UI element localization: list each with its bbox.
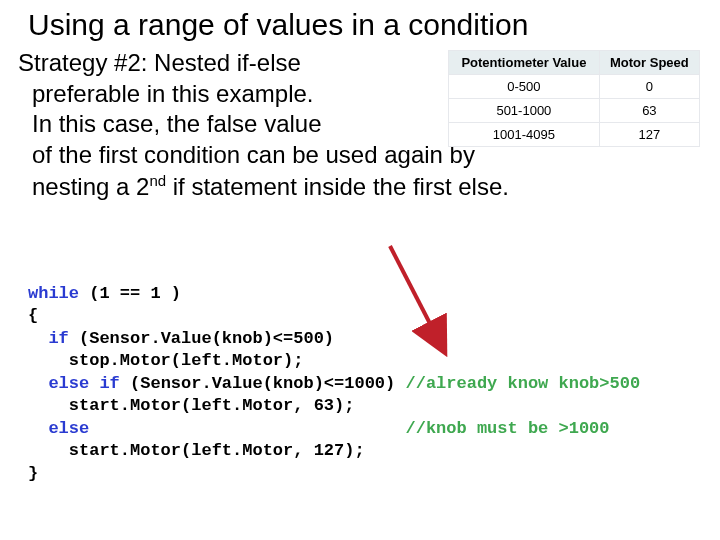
code-stop: stop.Motor(left.Motor);	[28, 351, 303, 370]
body-line-5a: nesting a 2	[32, 173, 149, 200]
cell-speed: 0	[599, 75, 699, 99]
col-header-pot: Potentiometer Value	[449, 51, 600, 75]
superscript-nd: nd	[149, 172, 166, 189]
code-block: while (1 == 1 ) { if (Sensor.Value(knob)…	[28, 283, 640, 485]
body-area: Strategy #2: Nested if-else preferable i…	[0, 48, 720, 203]
table-row: 501-1000 63	[449, 99, 700, 123]
code-if-cond: (Sensor.Value(knob)<=500)	[69, 329, 334, 348]
code-comment-1: //already know knob>500	[405, 374, 640, 393]
code-start127: start.Motor(left.Motor, 127);	[28, 441, 365, 460]
code-comment-2: //knob must be >1000	[405, 419, 609, 438]
table-header-row: Potentiometer Value Motor Speed	[449, 51, 700, 75]
code-elseif-cond: (Sensor.Value(knob)<=1000)	[120, 374, 406, 393]
kw-while: while	[28, 284, 79, 303]
col-header-speed: Motor Speed	[599, 51, 699, 75]
cell-speed: 63	[599, 99, 699, 123]
body-line-5: nesting a 2nd if statement inside the fi…	[18, 173, 509, 200]
code-brace-close: }	[28, 464, 38, 483]
kw-elseif: else if	[48, 374, 119, 393]
value-table: Potentiometer Value Motor Speed 0-500 0 …	[448, 50, 700, 147]
code-start63: start.Motor(left.Motor, 63);	[28, 396, 354, 415]
code-else-pad	[89, 419, 405, 438]
table-row: 0-500 0	[449, 75, 700, 99]
kw-else: else	[48, 419, 89, 438]
table-row: 1001-4095 127	[449, 123, 700, 147]
body-line-4: of the first condition can be used again…	[18, 141, 475, 168]
code-while-cond: (1 == 1 )	[79, 284, 181, 303]
slide-title: Using a range of values in a condition	[0, 0, 720, 48]
cell-speed: 127	[599, 123, 699, 147]
cell-range: 0-500	[449, 75, 600, 99]
kw-if: if	[48, 329, 68, 348]
cell-range: 501-1000	[449, 99, 600, 123]
body-line-5b: if statement inside the first else.	[166, 173, 509, 200]
code-brace-open: {	[28, 306, 38, 325]
cell-range: 1001-4095	[449, 123, 600, 147]
